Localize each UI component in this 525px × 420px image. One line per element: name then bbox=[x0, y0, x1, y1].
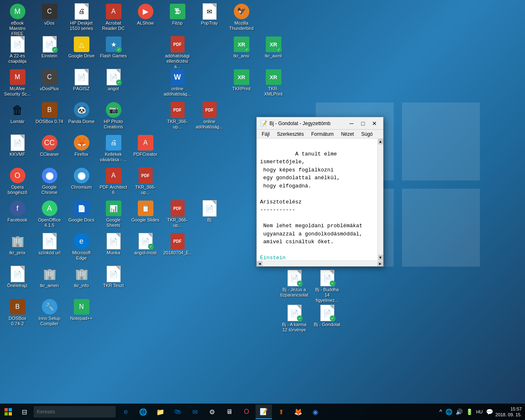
taskbar-clock[interactable]: 15:57 2018. 09. 15. bbox=[495, 406, 522, 418]
taskbar-opera-icon[interactable]: O bbox=[238, 404, 255, 419]
notepad-close-button[interactable]: ✕ bbox=[369, 119, 380, 128]
notepad-minimize-button[interactable]: ─ bbox=[346, 119, 357, 128]
notepad-menu-file[interactable]: Fájl bbox=[258, 130, 273, 139]
desktop-icon-pdf-architect[interactable]: APDF Architect 6 bbox=[98, 166, 129, 196]
desktop-icon-kellekek[interactable]: 🖨Kellékek vásárlása - ... bbox=[98, 133, 129, 164]
taskbar-filezilla-icon[interactable]: ⬆ bbox=[273, 404, 289, 419]
desktop-icon-bj-buddha[interactable]: 📄✓Bj - Buddha 14 figyelmez... bbox=[312, 269, 342, 305]
desktop-icon-google-chrome[interactable]: ⬤Google Chrome bbox=[34, 166, 65, 196]
desktop-icon-ms-edge[interactable]: eMicrosoft Edge bbox=[66, 232, 97, 262]
scroll-right-button[interactable]: ► bbox=[377, 261, 383, 266]
start-button[interactable] bbox=[0, 404, 16, 420]
scroll-down-button[interactable]: ▼ bbox=[378, 255, 383, 260]
taskbar-np-icon[interactable]: 📝 bbox=[256, 404, 272, 419]
desktop-icon-bj[interactable]: 📄Bj bbox=[194, 199, 225, 224]
desktop-icon-chromium[interactable]: ⬤Chromium bbox=[66, 166, 97, 191]
desktop-icon-tkr-366-2[interactable]: PDFTKR_366-up... bbox=[130, 166, 161, 196]
systray-network[interactable]: 🌐 bbox=[445, 409, 453, 415]
notepad-scrollbar[interactable]: ▲ ▼ bbox=[377, 139, 383, 260]
desktop-icon-angol[interactable]: 📄✓angol bbox=[98, 68, 129, 93]
desktop-icon-tkr-xmlprint[interactable]: XRTKR-XMLPrint bbox=[258, 68, 289, 98]
desktop-icon-bj-gondolat[interactable]: 📄✓Bj - Gondolat bbox=[312, 304, 342, 329]
notepad-menu-edit[interactable]: Szerkesztés bbox=[274, 130, 307, 139]
desktop-icon-poptray[interactable]: ✉PopTray bbox=[194, 2, 225, 27]
desktop-icon-dosbox2[interactable]: BDOSBox 0.74-2 bbox=[2, 297, 33, 328]
desktop-icon-lomtar[interactable]: 🗑Lomtár bbox=[2, 100, 33, 126]
desktop-icon-tkr-info[interactable]: 🏢tkr_info bbox=[66, 265, 97, 290]
desktop-icon-tkr-ansi[interactable]: XR✓tkr_ansi bbox=[226, 35, 257, 60]
taskbar-cmd-icon[interactable]: 🖥 bbox=[221, 404, 237, 419]
desktop-icon-panda-dome[interactable]: 🐼Panda Dome bbox=[66, 100, 97, 126]
desktop-icon-einstein[interactable]: 📄✓Einstein bbox=[34, 35, 65, 60]
desktop-icon-tkrprint[interactable]: XRTKRPrint bbox=[226, 68, 257, 93]
notepad-menu-view[interactable]: Nézet bbox=[338, 130, 357, 139]
taskbar-files-icon[interactable]: 📁 bbox=[152, 404, 169, 419]
desktop-icon-ccleaner[interactable]: CCCCleaner bbox=[34, 133, 65, 158]
desktop-icon-a22-csapda[interactable]: 📄A 22-es csapdája bbox=[2, 35, 33, 65]
systray-sound[interactable]: 🔊 bbox=[455, 409, 463, 415]
desktop-icon-angol-most[interactable]: 📄✓angol-most bbox=[130, 232, 161, 257]
taskbar-chrome-icon[interactable]: ◉ bbox=[307, 404, 324, 419]
systray-battery[interactable]: 🔋 bbox=[465, 409, 474, 415]
task-view-button[interactable]: ⊟ bbox=[17, 404, 32, 419]
notepad-menu-help[interactable]: Súgó bbox=[358, 130, 376, 139]
notepad-menu-format[interactable]: Formátum bbox=[308, 130, 337, 139]
desktop-icon-flash-games[interactable]: ★✓Flash Games bbox=[98, 35, 129, 60]
desktop-icon-pagisz[interactable]: 📄PÁGISZ bbox=[66, 68, 97, 93]
taskbar-firefox-icon[interactable]: 🦊 bbox=[290, 404, 306, 419]
taskbar-ie-icon[interactable]: 🌐 bbox=[135, 404, 151, 419]
desktop-icon-vdos[interactable]: CvDos bbox=[34, 2, 65, 27]
desktop-icon-filzip[interactable]: 🗜Filzip bbox=[162, 2, 193, 27]
desktop-icon-tkr-axml[interactable]: XR✓tkr_axml bbox=[258, 35, 289, 60]
desktop-icon-google-slides[interactable]: 📋Google Slides bbox=[130, 199, 161, 224]
desktop-icon-thunderbird[interactable]: 🦅Mozilla Thunderbird bbox=[226, 2, 257, 32]
desktop-icon-tkr-teszt[interactable]: 📄TKR Teszt bbox=[98, 265, 129, 290]
desktop-icon-kkvmf[interactable]: 📄KKVMF bbox=[2, 133, 33, 158]
systray-expand[interactable]: ^ bbox=[438, 409, 443, 415]
desktop-icon-tkr-prnx[interactable]: 🏢tkr_prnx bbox=[2, 232, 33, 257]
desktop-icon-vdosplus[interactable]: CvDosPlus bbox=[34, 68, 65, 93]
taskbar: ⊟ e 🌐 📁 🛍 ✉ ⚙ 🖥 O 📝 ⬆ 🦊 ◉ ^ 🌐 🔊 🔋 HU 💬 bbox=[0, 404, 525, 420]
taskbar-edge-icon[interactable]: e bbox=[118, 404, 134, 419]
desktop-icon-hp-deskjet[interactable]: 🖨HP Deskjet 1510 series bbox=[66, 2, 97, 32]
desktop-icon-adohatosagi1[interactable]: PDFadóhatósági ellenőrzési a... bbox=[162, 35, 193, 71]
desktop-icon-tkr-366-3[interactable]: PDFTKR_366-up... bbox=[162, 199, 193, 229]
desktop-icon-acrobat[interactable]: AAcrobat Reader DC bbox=[98, 2, 129, 32]
desktop-icon-alshow[interactable]: ▶ALShow bbox=[130, 2, 161, 27]
desktop-icon-ebook-maestro[interactable]: MeBook Maestro FREE bbox=[2, 2, 33, 38]
desktop-icon-bj-karma[interactable]: 📄✓Bj - A karma 12 törvénye bbox=[279, 304, 310, 334]
taskbar-settings-icon[interactable]: ⚙ bbox=[204, 404, 220, 419]
taskbar-store-icon[interactable]: 🛍 bbox=[169, 404, 186, 419]
desktop-icon-szinkod-url[interactable]: 📄színkód url bbox=[34, 232, 65, 257]
systray-notifications[interactable]: 💬 bbox=[485, 409, 494, 415]
desktop-icon-mcafee[interactable]: MMcAfee Security Sc... bbox=[2, 68, 33, 98]
notepad-maximize-button[interactable]: □ bbox=[358, 119, 368, 128]
desktop-icon-google-docs[interactable]: 📄Google Docs bbox=[66, 199, 97, 224]
taskbar-search-input[interactable] bbox=[34, 406, 116, 418]
notepad-hscrollbar[interactable]: ◄ ► bbox=[257, 260, 383, 266]
desktop-icon-online-adohat1[interactable]: Wonline adóhatóság... bbox=[162, 68, 193, 98]
desktop-icon-google-sheets[interactable]: 📊Google Sheets bbox=[98, 199, 129, 229]
desktop-icon-inno-setup[interactable]: 🔧Inno Setup Compiler bbox=[34, 297, 65, 328]
scroll-up-button[interactable]: ▲ bbox=[378, 139, 383, 144]
systray-keyboard[interactable]: HU bbox=[475, 409, 484, 414]
notepad-text-content[interactable]: A tanult elme ismertetőjele, hogy képes … bbox=[257, 139, 377, 260]
desktop-icon-20180704[interactable]: PDF20180704_E... bbox=[162, 232, 193, 262]
desktop-icon-oneletrajz[interactable]: 📄Önéletrajz bbox=[2, 265, 33, 290]
scroll-left-button[interactable]: ◄ bbox=[257, 261, 262, 266]
desktop-icon-facebook[interactable]: fFacebook bbox=[2, 199, 33, 224]
desktop-icon-online-adohat2[interactable]: PDFonline adóhatóság... bbox=[194, 100, 225, 131]
desktop-icon-opera[interactable]: OOpera böngésző bbox=[2, 166, 33, 196]
desktop-icon-bj-jezus[interactable]: 📄✓Bj - Jézus a tízparancsolat bbox=[279, 269, 310, 299]
taskbar-mail-icon[interactable]: ✉ bbox=[187, 404, 203, 419]
desktop-icon-google-drive[interactable]: △Google Drive bbox=[66, 35, 97, 60]
desktop-icon-dosbox074[interactable]: BDOSBox 0.74 bbox=[34, 100, 65, 126]
desktop-icon-notepadpp[interactable]: NNotepad++ bbox=[66, 297, 97, 322]
desktop-icon-openoffice[interactable]: AOpenOffice 4.1.5 bbox=[34, 199, 65, 229]
desktop-icon-tkr-366-1[interactable]: PDFTKR_366-up... bbox=[162, 100, 193, 131]
desktop-icon-munka[interactable]: 📄Munka bbox=[98, 232, 129, 257]
desktop-icon-hp-photo[interactable]: 📷HP Photo Creations bbox=[98, 100, 129, 131]
desktop-icon-pdf-creator[interactable]: APDFCreator bbox=[130, 133, 161, 158]
desktop-icon-tkr-amen[interactable]: 🏢tkr_amen bbox=[34, 265, 65, 290]
desktop-icon-firefox[interactable]: 🦊Firefox bbox=[66, 133, 97, 158]
